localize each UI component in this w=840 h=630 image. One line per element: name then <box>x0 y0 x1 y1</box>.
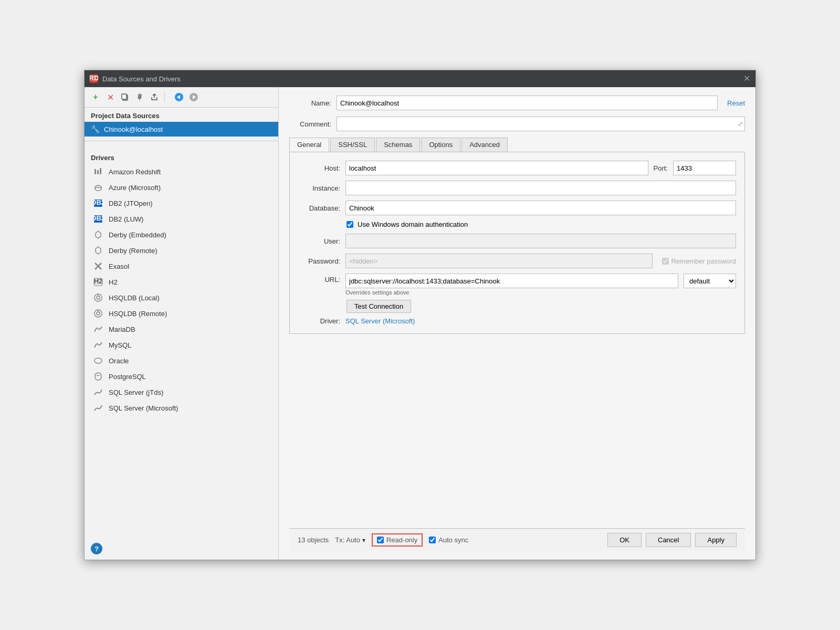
password-input[interactable] <box>345 254 653 268</box>
tx-dropdown-arrow[interactable]: ▾ <box>362 537 365 544</box>
auto-sync-wrap: Auto sync <box>429 536 468 544</box>
url-input[interactable] <box>345 274 678 288</box>
window-title: Data Sources and Drivers <box>102 75 739 83</box>
user-input[interactable] <box>345 234 736 248</box>
selected-datasource-item[interactable]: 🔧 Chinook@localhost <box>85 122 278 136</box>
windows-auth-checkbox[interactable] <box>346 221 353 228</box>
windows-auth-label[interactable]: Use Windows domain authentication <box>358 220 468 228</box>
driver-item-hsqldb-remote[interactable]: HSQLDB (Remote) <box>85 306 278 321</box>
driver-row: Driver: SQL Server (Microsoft) <box>298 317 736 325</box>
driver-item-db2-luw[interactable]: DB2 DB2 (LUW) <box>85 211 278 227</box>
forward-button[interactable] <box>188 91 200 103</box>
content-area: + ✕ <box>85 87 755 560</box>
copy-button[interactable] <box>119 91 131 103</box>
comment-input[interactable] <box>337 117 745 131</box>
user-label: User: <box>298 237 340 245</box>
tab-ssh-ssl[interactable]: SSH/SSL <box>330 138 375 152</box>
driver-name: Amazon Redshift <box>109 168 161 176</box>
hsqldb-remote-icon <box>93 308 103 319</box>
remember-password-label: Remember password <box>671 257 736 265</box>
driver-name: MariaDB <box>109 326 135 333</box>
tab-options[interactable]: Options <box>421 138 460 152</box>
tab-advanced[interactable]: Advanced <box>461 138 508 152</box>
driver-item-azure[interactable]: Azure (Microsoft) <box>85 180 278 195</box>
cancel-button[interactable]: Cancel <box>646 533 691 547</box>
tab-general[interactable]: General <box>289 138 329 152</box>
driver-item-sqlserver-jtds[interactable]: SQL Server (jTds) <box>85 384 278 400</box>
mysql-icon <box>93 340 103 350</box>
read-only-label[interactable]: Read-only <box>386 536 417 544</box>
remove-button[interactable]: ✕ <box>104 91 116 103</box>
driver-name: Exasol <box>109 262 129 270</box>
mariadb-icon <box>93 324 103 334</box>
driver-item-mysql[interactable]: MySQL <box>85 337 278 353</box>
toolbar-separator <box>164 92 165 102</box>
driver-name: Azure (Microsoft) <box>109 184 161 192</box>
driver-item-mariadb[interactable]: MariaDB <box>85 321 278 337</box>
read-only-checkbox[interactable] <box>377 537 384 543</box>
password-row: Password: Remember password <box>298 254 736 268</box>
hsqldb-local-icon <box>93 292 103 303</box>
host-input[interactable] <box>345 161 648 175</box>
comment-input-wrap: ⤢ <box>337 117 745 131</box>
back-button[interactable] <box>173 91 185 103</box>
auto-sync-checkbox[interactable] <box>429 537 436 543</box>
auto-sync-label[interactable]: Auto sync <box>438 536 468 544</box>
driver-label: Driver: <box>298 317 340 325</box>
driver-name: HSQLDB (Local) <box>109 294 160 302</box>
apply-button[interactable]: Apply <box>695 533 737 547</box>
remember-password-checkbox[interactable] <box>662 258 669 265</box>
driver-item-amazon-redshift[interactable]: Amazon Redshift <box>85 164 278 180</box>
host-port-row: Host: Port: <box>298 161 736 175</box>
tab-schemas[interactable]: Schemas <box>376 138 420 152</box>
driver-name: SQL Server (jTds) <box>109 388 163 396</box>
test-connection-button[interactable]: Test Connection <box>346 300 411 313</box>
url-dropdown[interactable]: default <box>684 274 736 288</box>
driver-item-derby-remote[interactable]: Derby (Remote) <box>85 243 278 258</box>
driver-item-hsqldb-local[interactable]: HSQLDB (Local) <box>85 290 278 306</box>
driver-name: DB2 (JTOpen) <box>109 200 153 207</box>
name-input[interactable] <box>337 96 718 110</box>
driver-item-h2[interactable]: H2 H2 <box>85 274 278 290</box>
driver-name: Derby (Remote) <box>109 247 157 255</box>
add-button[interactable]: + <box>90 91 101 103</box>
settings-button[interactable] <box>134 91 145 103</box>
tx-label: Tx: Auto <box>335 536 360 544</box>
title-bar: RD Data Sources and Drivers ✕ <box>85 70 755 87</box>
driver-name: H2 <box>109 278 118 286</box>
tabs: General SSH/SSL Schemas Options Advanced <box>289 138 745 152</box>
expand-icon[interactable]: ⤢ <box>738 120 743 128</box>
tab-content-general: Host: Port: Instance: Database: <box>289 152 745 334</box>
app-icon: RD <box>90 75 98 83</box>
driver-item-db2-jtopen[interactable]: DB2 DB2 (JTOpen) <box>85 195 278 211</box>
close-button[interactable]: ✕ <box>743 75 750 83</box>
selected-datasource-label: Chinook@localhost <box>104 125 163 133</box>
driver-item-sqlserver-microsoft[interactable]: SQL Server (Microsoft) <box>85 400 278 416</box>
port-label: Port: <box>654 164 668 172</box>
sidebar-help: ? <box>85 538 278 560</box>
driver-name: Derby (Embedded) <box>109 231 166 239</box>
port-input[interactable] <box>673 161 736 175</box>
test-connection-wrap: Test Connection <box>298 299 736 313</box>
reset-link[interactable]: Reset <box>727 99 745 107</box>
driver-link[interactable]: SQL Server (Microsoft) <box>345 317 415 325</box>
project-sources-header: Project Data Sources <box>85 108 278 122</box>
driver-item-exasol[interactable]: Exasol <box>85 258 278 274</box>
h2-icon: H2 <box>93 277 103 287</box>
export-button[interactable] <box>149 91 160 103</box>
driver-item-oracle[interactable]: Oracle <box>85 353 278 369</box>
instance-input[interactable] <box>345 181 736 195</box>
database-input[interactable] <box>345 201 736 215</box>
ok-button[interactable]: OK <box>607 533 642 547</box>
driver-item-postgresql[interactable]: PostgreSQL <box>85 369 278 384</box>
amazon-redshift-icon <box>93 166 103 177</box>
database-row: Database: <box>298 201 736 215</box>
driver-item-derby-embedded[interactable]: Derby (Embedded) <box>85 227 278 243</box>
instance-label: Instance: <box>298 184 340 192</box>
svg-text:DB2: DB2 <box>93 214 103 222</box>
driver-name: DB2 (LUW) <box>109 215 143 223</box>
bottom-buttons: OK Cancel Apply <box>607 533 737 547</box>
url-hint: Overrides settings above <box>345 289 678 296</box>
comment-row: Comment: ⤢ <box>289 117 745 131</box>
help-button[interactable]: ? <box>91 543 102 554</box>
